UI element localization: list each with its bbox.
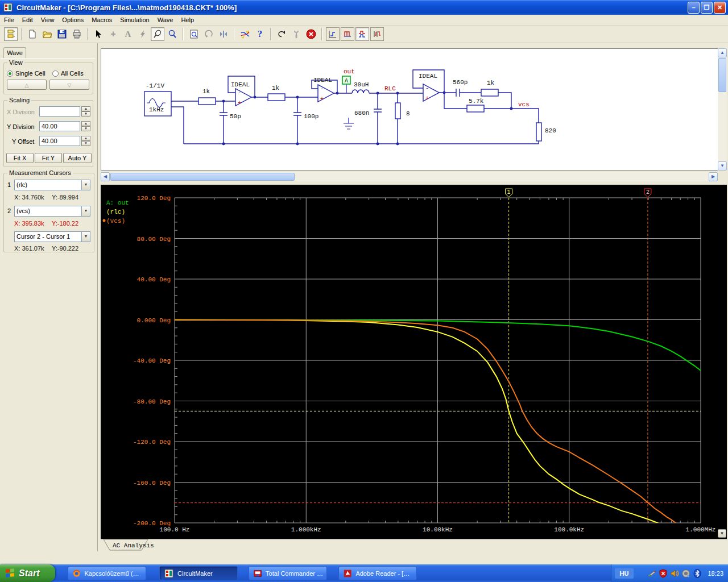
- cursor2-x-readout: X: 395.83k: [14, 220, 44, 227]
- scroll-up-button[interactable]: ▲: [718, 48, 727, 57]
- tab-wave[interactable]: Wave: [3, 47, 26, 59]
- ac-analysis-tab[interactable]: AC Analysis: [103, 539, 154, 551]
- cursor2-source-select[interactable]: (vcs) ▼: [14, 206, 90, 217]
- delete-tool-button[interactable]: [136, 27, 150, 41]
- rlc-node-label: RLC: [384, 85, 396, 92]
- bluetooth-tray-icon[interactable]: [693, 569, 702, 578]
- app-icon: [3, 3, 13, 12]
- task-adobe-reader[interactable]: Adobe Reader - [Sza...: [338, 566, 417, 580]
- c4-label: 560p: [453, 79, 468, 86]
- print-button[interactable]: [70, 27, 84, 41]
- volume-tray-icon[interactable]: [670, 569, 679, 578]
- text-tool-button[interactable]: A: [121, 27, 135, 41]
- auto-y-button[interactable]: Auto Y: [63, 153, 92, 163]
- schematic-vertical-scrollbar[interactable]: ▲ ▼: [718, 48, 727, 171]
- svg-text:+: +: [320, 96, 324, 102]
- schematic-area[interactable]: -- - - + + + A -1/1V 1kHz 1k 50p IDEAL 1…: [101, 48, 718, 171]
- radio-all-cells[interactable]: All Cells: [52, 70, 84, 77]
- scaling-group-title: Scaling: [7, 97, 31, 103]
- rotate-button[interactable]: [202, 27, 216, 41]
- scroll-right-button[interactable]: ▶: [709, 172, 718, 181]
- cell-up-button[interactable]: △: [7, 80, 47, 90]
- scroll-down-button[interactable]: ▼: [718, 161, 727, 171]
- stop-icon: [306, 29, 316, 39]
- zoom-tool-button[interactable]: [166, 27, 179, 41]
- taskbar-clock[interactable]: 18:23: [708, 570, 723, 577]
- analog-display-button[interactable]: [341, 27, 354, 41]
- menu-wave[interactable]: Wave: [154, 15, 177, 24]
- menu-edit[interactable]: Edit: [18, 15, 37, 24]
- cursor1-dropdown-arrow-icon[interactable]: ▼: [81, 180, 90, 190]
- schematic-horizontal-scrollbar[interactable]: ◀ ▶: [101, 172, 718, 181]
- zoom-page-button[interactable]: [187, 27, 201, 41]
- menu-simulation[interactable]: Simulation: [116, 15, 153, 24]
- cursor-diff-select[interactable]: Cursor 2 - Cursor 1 ▼: [14, 231, 90, 242]
- analysis-tab-strip: AC Analysis: [101, 539, 727, 551]
- split-display-button[interactable]: [370, 27, 384, 41]
- x-division-spinner[interactable]: ▲▼: [81, 106, 90, 117]
- menu-file[interactable]: File: [0, 15, 18, 24]
- window-title: CircuitMaker - [C:\Program Files\...\mat…: [16, 3, 686, 12]
- restore-button[interactable]: ❐: [701, 2, 713, 14]
- minimize-button[interactable]: –: [688, 2, 700, 14]
- horizontal-scroll-thumb[interactable]: [110, 173, 295, 181]
- x-division-label: X Division: [7, 109, 35, 115]
- menu-macros[interactable]: Macros: [88, 15, 116, 24]
- parts-browser-button[interactable]: [4, 27, 18, 41]
- task-circuitmaker[interactable]: CircuitMaker: [159, 566, 238, 580]
- fit-y-button[interactable]: Fit Y: [35, 153, 62, 163]
- audio-device-tray-icon[interactable]: [681, 569, 690, 578]
- y-division-spinner[interactable]: ▲▼: [81, 121, 90, 131]
- task-firefox[interactable]: Kapcsolóüzemű (PWM...: [68, 566, 146, 580]
- start-button[interactable]: Start: [0, 564, 55, 582]
- split-panes-button[interactable]: [217, 27, 230, 41]
- y-offset-input[interactable]: [39, 136, 80, 146]
- parts-browser-icon: [6, 30, 15, 39]
- tablet-pen-tray-icon[interactable]: [647, 569, 656, 578]
- radio-single-cell[interactable]: Single Cell: [7, 70, 46, 77]
- title-bar[interactable]: CircuitMaker - [C:\Program Files\...\mat…: [0, 0, 728, 15]
- wire-tool-button[interactable]: +: [106, 27, 120, 41]
- combined-display-button[interactable]: [355, 27, 369, 41]
- cell-down-button[interactable]: ▽: [49, 80, 89, 90]
- reset-simulation-button[interactable]: [275, 27, 288, 41]
- help-button[interactable]: ?: [253, 27, 267, 41]
- fit-x-button[interactable]: Fit X: [6, 153, 34, 163]
- stop-simulation-button[interactable]: [304, 27, 318, 41]
- save-button[interactable]: [55, 27, 69, 41]
- waveform-scroll-down-button[interactable]: ▼: [718, 529, 726, 538]
- setup-tool-button[interactable]: [289, 27, 303, 41]
- cursor-diff-dropdown-arrow-icon[interactable]: ▼: [81, 232, 90, 242]
- radio-single-cell-circle[interactable]: [7, 70, 13, 77]
- circuitmaker-task-icon: [164, 569, 173, 578]
- select-tool-button[interactable]: [92, 27, 105, 41]
- y-offset-spinner[interactable]: ▲▼: [81, 136, 90, 146]
- security-shield-tray-icon[interactable]: [659, 569, 668, 578]
- c3-label: 680n: [354, 110, 369, 117]
- waveform-panel[interactable]: 120.0 Deg80.00 Deg40.00 Deg0.000 Deg-40.…: [101, 185, 727, 539]
- digital-display-button[interactable]: [326, 27, 340, 41]
- cursor2-source-value: (vcs): [15, 206, 81, 215]
- radio-all-cells-circle[interactable]: [52, 70, 59, 77]
- x-division-input[interactable]: [39, 106, 80, 117]
- menu-options[interactable]: Options: [58, 15, 88, 24]
- vertical-scroll-thumb[interactable]: [718, 58, 726, 92]
- new-button[interactable]: [26, 27, 39, 41]
- task-total-commander[interactable]: Total Commander 6.5...: [249, 566, 327, 580]
- y-division-input[interactable]: [39, 121, 80, 131]
- menu-help[interactable]: Help: [177, 15, 198, 24]
- status-strip: [0, 551, 728, 564]
- simulation-setup-button[interactable]: [238, 27, 252, 41]
- probe-tool-button[interactable]: [151, 27, 164, 41]
- r6-label: 820: [545, 127, 556, 134]
- open-button[interactable]: [40, 27, 54, 41]
- language-indicator[interactable]: HU: [615, 568, 634, 579]
- ac-analysis-tab-label: AC Analysis: [113, 542, 154, 549]
- close-button[interactable]: ✕: [714, 2, 726, 14]
- cursor1-source-select[interactable]: (rlc) ▼: [14, 180, 90, 190]
- menu-view[interactable]: View: [37, 15, 59, 24]
- cursor2-dropdown-arrow-icon[interactable]: ▼: [81, 206, 90, 216]
- scroll-left-button[interactable]: ◀: [101, 172, 110, 181]
- source-freq-label: 1kHz: [149, 106, 164, 113]
- svg-text:80.00 Deg: 80.00 Deg: [137, 236, 171, 243]
